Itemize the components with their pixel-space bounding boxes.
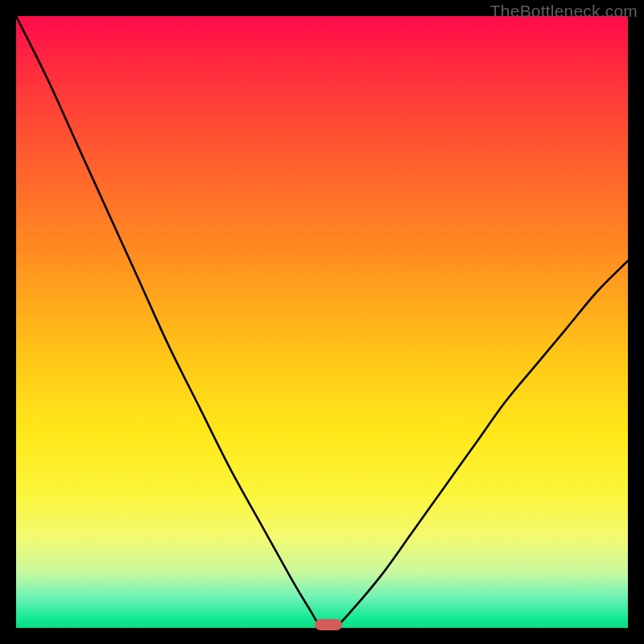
plot-area	[16, 16, 628, 628]
bottleneck-curve	[16, 16, 628, 628]
chart-frame: TheBottleneck.com	[0, 0, 644, 644]
watermark-text: TheBottleneck.com	[490, 2, 638, 21]
optimal-marker	[315, 619, 342, 630]
